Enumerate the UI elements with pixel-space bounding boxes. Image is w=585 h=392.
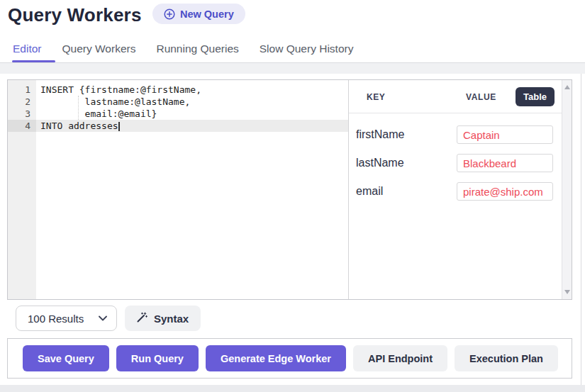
line-number: 3 [8,108,36,120]
panel-scrollbar[interactable] [562,80,572,299]
tab-slow-query-history[interactable]: Slow Query History [260,43,354,64]
bind-parameters-panel: KEY VALUE Table firstName lastName email [349,80,562,299]
line-number-active: 4 [8,120,36,132]
code-line: email:@email} [36,108,348,120]
param-key-label: email [356,185,383,198]
generate-edge-worker-button[interactable]: Generate Edge Worker [206,345,346,371]
tab-bar: Editor Query Workers Running Queries Slo… [13,43,353,64]
param-key-label: firstName [356,128,404,141]
table-view-toggle-button[interactable]: Table [516,87,555,106]
results-limit-select[interactable]: 100 Results [16,306,117,331]
param-row: email [349,177,562,206]
text-cursor [118,122,120,131]
param-row: firstName [349,121,562,149]
syntax-label: Syntax [154,313,189,325]
value-column-header: VALUE [466,92,496,102]
code-line: INSERT {firstname:@firstName, [36,84,348,96]
results-limit-value: 100 Results [16,313,84,325]
run-query-button[interactable]: Run Query [116,345,199,371]
scroll-up-arrow-icon[interactable] [564,85,570,89]
code-line-active: INTO addresses [36,120,348,132]
new-query-button[interactable]: New Query [152,4,245,24]
tab-running-queries[interactable]: Running Queries [156,43,238,64]
page-right-border [581,74,581,392]
param-row: lastName [349,149,562,177]
bind-parameters-rows: firstName lastName email [349,113,562,206]
key-column-header: KEY [367,92,385,102]
code-editor[interactable]: INSERT {firstname:@firstName, lastname:@… [36,80,348,299]
chevron-down-icon [99,315,107,321]
line-number-gutter: 1 2 3 4 [8,80,36,299]
execution-plan-button[interactable]: Execution Plan [455,345,558,371]
new-query-label: New Query [180,9,234,20]
circle-plus-icon [164,9,175,20]
param-value-input-email[interactable] [457,182,553,201]
page-bottom-strip [0,385,585,392]
query-editor-container: 1 2 3 4 INSERT {firstname:@firstName, la… [7,79,572,300]
param-key-label: lastName [356,157,404,169]
code-line: lastname:@lastName, [36,96,348,108]
line-number: 2 [8,96,36,108]
query-actions-bar: Save Query Run Query Generate Edge Worke… [7,338,572,379]
save-query-button[interactable]: Save Query [23,345,109,371]
magic-wand-icon [137,312,147,325]
line-number: 1 [8,84,36,96]
api-endpoint-button[interactable]: API Endpoint [353,345,447,371]
indent-guide [78,96,79,120]
scroll-down-arrow-icon[interactable] [564,290,570,294]
code-text: INTO addresses [40,121,118,131]
page-title: Query Workers [8,4,142,26]
tab-query-workers[interactable]: Query Workers [62,43,136,64]
param-value-input-lastname[interactable] [457,154,553,172]
syntax-button[interactable]: Syntax [125,306,201,331]
section-gap [0,63,585,74]
param-value-input-firstname[interactable] [457,125,553,144]
bind-parameters-header: KEY VALUE Table [349,80,562,113]
